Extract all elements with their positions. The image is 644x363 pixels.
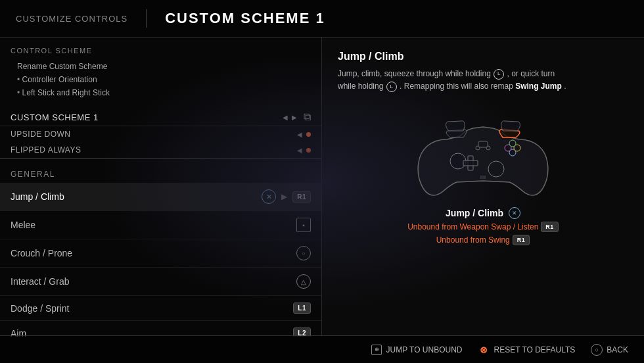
controller-unassign-btn[interactable]: ✕: [509, 207, 520, 219]
scheme-next-arrow[interactable]: ▶: [292, 114, 297, 121]
interact-button-triangle: △: [296, 274, 311, 289]
action-dodge-buttons: L1: [293, 302, 311, 314]
rename-custom-scheme[interactable]: Rename Custom Scheme: [17, 60, 311, 73]
unbound-weapon-text: Unbound from Weapon Swap / Listen: [407, 222, 538, 231]
action-crouch-label: Crouch / Prone: [11, 248, 72, 258]
action-crouch-prone[interactable]: Crouch / Prone ○: [0, 239, 321, 268]
unbound-weapon-swap-row[interactable]: Unbound from Weapon Swap / Listen R1: [407, 222, 559, 232]
right-panel: Jump / Climb Jump, climb, squeeze throug…: [322, 37, 644, 337]
flipped-always-label: FLIPPED ALWAYS: [11, 145, 81, 155]
ctrl-icon-l1: L: [494, 69, 504, 80]
scheme-options-list: Rename Custom Scheme Controller Orientat…: [11, 60, 311, 99]
controller-area: Jump / Climb ✕ Unbound from Weapon Swap …: [338, 103, 628, 245]
action-melee[interactable]: Melee ▪: [0, 211, 321, 239]
melee-button-square: ▪: [296, 218, 311, 232]
left-right-stick[interactable]: Left Stick and Right Stick: [17, 86, 311, 99]
action-jump-climb-label: Jump / Climb: [11, 191, 64, 202]
jump-icon: ⊕: [371, 345, 382, 355]
copy-icon[interactable]: ⧉: [304, 111, 311, 123]
control-scheme-section: CONTROL SCHEME Rename Custom Scheme Cont…: [0, 37, 321, 105]
jump-arrow: ▶: [281, 192, 287, 201]
reset-to-defaults-label: RESET TO DEFAULTS: [494, 345, 575, 354]
general-section: GENERAL Jump / Climb ✕ ▶ R1 Melee ▪ Crou…: [0, 158, 321, 337]
flipped-always-controls: ◀: [297, 147, 311, 154]
control-scheme-label: CONTROL SCHEME: [11, 47, 311, 55]
upside-down-indicator: [306, 132, 311, 137]
action-interact-grab[interactable]: Interact / Grab △: [0, 268, 321, 296]
action-dodge-label: Dodge / Sprint: [11, 303, 70, 314]
scheme-prev-arrow[interactable]: ◀: [283, 114, 288, 121]
controller-action-label: Jump / Climb: [446, 208, 503, 218]
action-crouch-buttons: ○: [296, 246, 311, 260]
desc-bold: Swing Jump: [515, 82, 562, 91]
controller-image: [411, 103, 555, 202]
main-layout: CONTROL SCHEME Rename Custom Scheme Cont…: [0, 37, 644, 337]
jump-button-r1: R1: [292, 191, 311, 203]
scheme-name-label: CUSTOM SCHEME 1: [11, 112, 99, 122]
left-panel: CONTROL SCHEME Rename Custom Scheme Cont…: [0, 37, 322, 337]
svg-rect-10: [478, 141, 488, 147]
general-label: GENERAL: [0, 166, 321, 183]
action-interact-buttons: △: [296, 274, 311, 289]
jump-unassign-btn[interactable]: ✕: [262, 189, 276, 204]
desc-text-end: .: [564, 82, 566, 91]
unbound-swing-row[interactable]: Unbound from Swing R1: [436, 235, 530, 245]
reset-icon: ⊗: [478, 344, 490, 356]
action-interact-label: Interact / Grab: [11, 276, 69, 287]
controller-orientation[interactable]: Controller Orientation: [17, 73, 311, 86]
action-jump-climb-buttons: ✕ ▶ R1: [262, 189, 311, 204]
desc-text-1: Jump, climb, squeeze through while holdi…: [338, 69, 491, 78]
dodge-button-l1: L1: [293, 302, 311, 314]
jump-to-unbound-action[interactable]: ⊕ JUMP TO UNBOUND: [371, 345, 462, 355]
action-aim[interactable]: Aim L2: [0, 321, 321, 337]
breadcrumb: CUSTOMIZE CONTROLS: [16, 14, 127, 24]
back-label: BACK: [607, 345, 628, 354]
upside-down-label: UPSIDE DOWN: [11, 130, 71, 139]
header-divider: [146, 9, 147, 28]
unbound2-btn-label: R1: [513, 235, 530, 245]
jump-to-unbound-label: JUMP TO UNBOUND: [386, 345, 462, 354]
action-dodge-sprint[interactable]: Dodge / Sprint L1: [0, 296, 321, 321]
controller-label-row: Jump / Climb ✕: [446, 207, 520, 219]
svg-point-1: [488, 161, 504, 177]
scheme-controls: ◀ ▶ ⧉: [283, 111, 311, 123]
svg-rect-3: [463, 160, 478, 166]
crouch-button-circle: ○: [296, 246, 311, 260]
page-title: CUSTOM SCHEME 1: [165, 10, 325, 27]
action-melee-buttons: ▪: [296, 218, 311, 232]
ctrl-icon-l2: L: [386, 82, 397, 92]
detail-description: Jump, climb, squeeze through while holdi…: [338, 68, 568, 93]
action-melee-label: Melee: [11, 220, 35, 230]
back-action[interactable]: ○ BACK: [591, 344, 628, 356]
reset-to-defaults-action[interactable]: ⊗ RESET TO DEFAULTS: [478, 344, 575, 356]
back-icon: ○: [591, 344, 603, 356]
flipped-always-prev[interactable]: ◀: [297, 147, 302, 154]
flipped-always-indicator: [306, 148, 311, 153]
desc-text-3: . Remapping this will also remap: [400, 82, 513, 91]
header: CUSTOMIZE CONTROLS CUSTOM SCHEME 1: [0, 0, 644, 37]
unbound-swing-text: Unbound from Swing: [436, 235, 510, 245]
svg-point-7: [509, 140, 516, 147]
detail-title: Jump / Climb: [338, 51, 628, 62]
unbound1-btn-label: R1: [541, 222, 559, 232]
scheme-selector-row: CUSTOM SCHEME 1 ◀ ▶ ⧉: [0, 105, 321, 126]
footer: ⊕ JUMP TO UNBOUND ⊗ RESET TO DEFAULTS ○ …: [0, 335, 644, 363]
upside-down-row: UPSIDE DOWN ◀: [0, 126, 321, 142]
upside-down-controls: ◀: [297, 131, 311, 138]
action-jump-climb[interactable]: Jump / Climb ✕ ▶ R1: [0, 183, 321, 211]
upside-down-prev[interactable]: ◀: [297, 131, 302, 138]
flipped-always-row: FLIPPED ALWAYS ◀: [0, 142, 321, 158]
